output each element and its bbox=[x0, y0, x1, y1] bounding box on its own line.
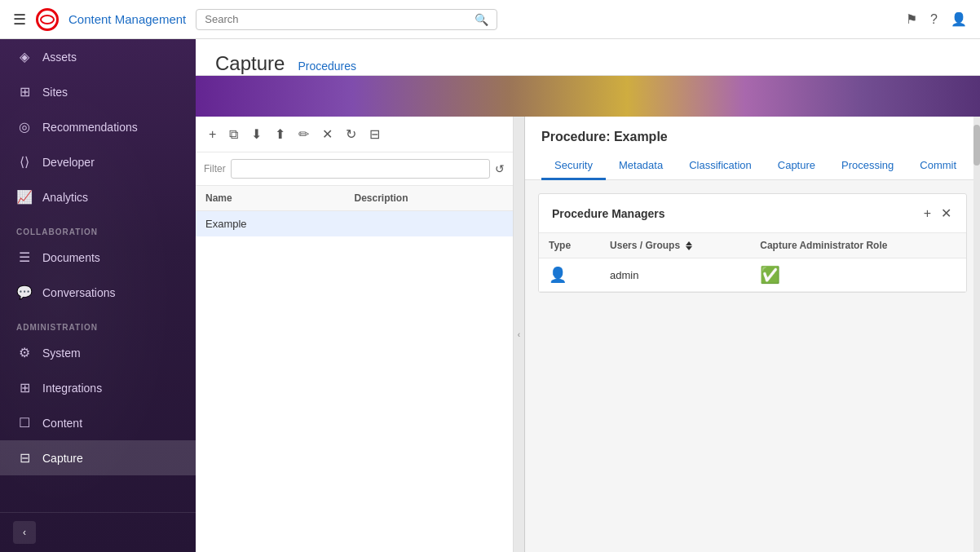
sidebar-item-assets[interactable]: ◈ Assets bbox=[0, 39, 196, 74]
save-button[interactable]: ⊟ bbox=[364, 123, 385, 145]
sidebar-item-content[interactable]: ☐ Content bbox=[0, 405, 196, 440]
main-layout: ◈ Assets ⊞ Sites ◎ Recommendations ⟨⟩ De… bbox=[0, 39, 980, 552]
row-user-icon: 👤 bbox=[549, 267, 567, 283]
content-icon: ☐ bbox=[16, 415, 33, 431]
col-type: Type bbox=[539, 233, 600, 258]
sort-up-icon bbox=[686, 241, 692, 245]
right-panel-header: Procedure: Example Security Metadata Cla… bbox=[525, 117, 980, 180]
integrations-icon: ⊞ bbox=[16, 380, 33, 395]
recommendations-icon: ◎ bbox=[16, 119, 33, 135]
right-panel-body: Procedure Managers + ✕ Type bbox=[525, 180, 980, 552]
panel-title: Procedure: Example bbox=[541, 130, 964, 144]
sidebar: ◈ Assets ⊞ Sites ◎ Recommendations ⟨⟩ De… bbox=[0, 39, 196, 552]
tab-classification[interactable]: Classification bbox=[676, 152, 765, 180]
add-manager-button[interactable]: + bbox=[922, 204, 933, 223]
refresh3-button[interactable]: ↻ bbox=[341, 123, 361, 145]
documents-icon: ☰ bbox=[16, 250, 33, 265]
top-nav: ☰ Content Management 🔍 ⚑ ? 👤 bbox=[0, 0, 980, 39]
banner-image bbox=[196, 76, 980, 117]
upload-button[interactable]: ⬆ bbox=[270, 123, 290, 145]
content-area: Capture Procedures + ⧉ ⬇ ⬆ ✏ ✕ ↻ ⊟ bbox=[196, 39, 980, 552]
col-name-header: Name bbox=[205, 192, 355, 204]
breadcrumb-procedures[interactable]: Procedures bbox=[298, 60, 356, 73]
scrollbar-thumb[interactable] bbox=[973, 125, 980, 166]
check-icon: ✅ bbox=[760, 266, 780, 284]
sidebar-item-label: Integrations bbox=[42, 382, 102, 395]
tab-metadata[interactable]: Metadata bbox=[606, 152, 676, 180]
sidebar-item-conversations[interactable]: 💬 Conversations bbox=[0, 275, 196, 310]
collapse-handle-icon: ‹ bbox=[518, 330, 520, 339]
tab-processing[interactable]: Processing bbox=[828, 152, 907, 180]
sidebar-item-label: Capture bbox=[42, 452, 83, 465]
sort-icons[interactable] bbox=[686, 241, 692, 250]
help-icon[interactable]: ? bbox=[930, 12, 938, 27]
copy-button[interactable]: ⧉ bbox=[224, 124, 243, 145]
close-managers-button[interactable]: ✕ bbox=[939, 204, 953, 223]
left-panel-spacer bbox=[196, 236, 513, 552]
search-input[interactable] bbox=[205, 13, 475, 25]
assets-icon: ◈ bbox=[16, 49, 33, 64]
system-icon: ⚙ bbox=[16, 345, 33, 360]
list-item-desc bbox=[355, 218, 504, 230]
col-users-groups: Users / Groups bbox=[600, 233, 750, 258]
edit-button[interactable]: ✏ bbox=[294, 123, 314, 145]
user-icon[interactable]: 👤 bbox=[951, 11, 967, 27]
sidebar-item-label: Content bbox=[42, 417, 82, 430]
sidebar-item-label: Developer bbox=[42, 156, 95, 169]
sidebar-item-developer[interactable]: ⟨⟩ Developer bbox=[0, 144, 196, 179]
page-header: Capture Procedures bbox=[196, 39, 980, 76]
tab-bar: Security Metadata Classification Capture… bbox=[541, 152, 964, 179]
row-admin-role-cell: ✅ bbox=[750, 258, 966, 292]
conversations-icon: 💬 bbox=[16, 285, 33, 300]
sidebar-item-system[interactable]: ⚙ System bbox=[0, 335, 196, 370]
sidebar-item-integrations[interactable]: ⊞ Integrations bbox=[0, 370, 196, 405]
tab-security[interactable]: Security bbox=[541, 152, 606, 180]
split-view: + ⧉ ⬇ ⬆ ✏ ✕ ↻ ⊟ Filter ↺ Name bbox=[196, 117, 980, 552]
sidebar-item-recommendations[interactable]: ◎ Recommendations bbox=[0, 109, 196, 144]
managers-card: Procedure Managers + ✕ Type bbox=[538, 193, 967, 293]
page-header-top: Capture Procedures bbox=[215, 52, 960, 75]
table-header-row: Type Users / Groups bbox=[539, 233, 966, 258]
managers-card-header: Procedure Managers + ✕ bbox=[539, 194, 966, 233]
managers-card-actions: + ✕ bbox=[922, 204, 953, 223]
search-icon[interactable]: 🔍 bbox=[475, 13, 488, 26]
sidebar-item-capture[interactable]: ⊟ Capture bbox=[0, 440, 196, 475]
collapse-handle[interactable]: ‹ bbox=[514, 117, 525, 552]
refresh-button[interactable]: ↺ bbox=[495, 162, 505, 175]
scrollbar-track[interactable] bbox=[973, 117, 980, 552]
list-item[interactable]: Example bbox=[196, 211, 513, 236]
toolbar: + ⧉ ⬇ ⬆ ✏ ✕ ↻ ⊟ bbox=[196, 117, 513, 152]
collapse-button[interactable]: ‹ bbox=[13, 521, 36, 544]
tab-commit[interactable]: Commit bbox=[907, 152, 969, 180]
sidebar-item-analytics[interactable]: 📈 Analytics bbox=[0, 179, 196, 214]
row-type-cell: 👤 bbox=[539, 258, 600, 292]
sidebar-item-label: Documents bbox=[42, 251, 100, 264]
app-title: Content Management bbox=[68, 12, 186, 26]
developer-icon: ⟨⟩ bbox=[16, 154, 33, 170]
download-button[interactable]: ⬇ bbox=[246, 123, 267, 145]
sidebar-item-label: Analytics bbox=[42, 191, 88, 204]
left-panel: + ⧉ ⬇ ⬆ ✏ ✕ ↻ ⊟ Filter ↺ Name bbox=[196, 117, 514, 552]
add-button[interactable]: + bbox=[204, 124, 221, 145]
oracle-logo bbox=[36, 8, 59, 31]
list-item-name: Example bbox=[205, 218, 355, 230]
filter-input[interactable] bbox=[231, 159, 490, 179]
page-title: Capture bbox=[215, 52, 285, 75]
tab-capture[interactable]: Capture bbox=[765, 152, 828, 180]
list-header: Name Description bbox=[196, 186, 513, 211]
top-nav-right: ⚑ ? 👤 bbox=[906, 11, 967, 27]
sidebar-item-label: Sites bbox=[42, 86, 68, 99]
sidebar-item-label: Assets bbox=[42, 51, 77, 64]
capture-icon: ⊟ bbox=[16, 450, 33, 466]
collaboration-label: COLLABORATION bbox=[0, 214, 196, 240]
sidebar-item-label: System bbox=[42, 347, 81, 360]
managers-title: Procedure Managers bbox=[552, 207, 665, 220]
menu-icon[interactable]: ☰ bbox=[13, 11, 26, 29]
sidebar-item-documents[interactable]: ☰ Documents bbox=[0, 240, 196, 275]
sidebar-item-sites[interactable]: ⊞ Sites bbox=[0, 74, 196, 109]
search-box: 🔍 bbox=[196, 9, 497, 30]
cancel-button[interactable]: ✕ bbox=[317, 123, 338, 145]
flag-icon[interactable]: ⚑ bbox=[906, 11, 917, 27]
table-row: 👤 admin ✅ bbox=[539, 258, 966, 292]
filter-row: Filter ↺ bbox=[196, 152, 513, 186]
